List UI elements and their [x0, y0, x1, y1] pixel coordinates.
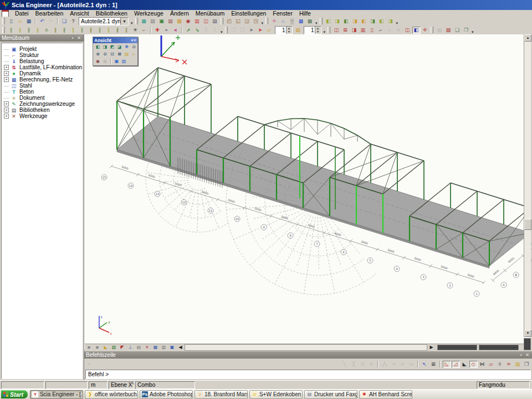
menu-item-fenster[interactable]: Fenster	[269, 10, 296, 17]
ansicht-palette-titlebar[interactable]: Ansicht ▾ ✕	[93, 37, 137, 43]
copies-spinner[interactable]: 1 ▲▼	[275, 26, 293, 34]
snap-endpoint-icon[interactable]: ◺	[443, 361, 451, 368]
layer-8-icon[interactable]: ◨	[386, 18, 395, 25]
check-doc-1-icon[interactable]: ❏	[453, 27, 462, 34]
layers-icon[interactable]: ▤	[135, 344, 143, 350]
project-icon[interactable]: ▦	[140, 18, 148, 25]
snap-ortho-icon[interactable]: ◇	[469, 361, 478, 368]
view-iso1-icon[interactable]: ◧	[95, 44, 101, 50]
cursor-select-icon[interactable]: ↖	[421, 361, 429, 368]
tree-item-bibliotheken[interactable]: +▤Bibliotheken	[2, 107, 82, 113]
section-c-icon[interactable]: ◨	[350, 27, 359, 34]
copy-icon[interactable]: ◱	[234, 18, 242, 25]
section-b-icon[interactable]: ⊞	[341, 27, 350, 34]
toolbar-overflow-icon[interactable]: ▾	[131, 21, 133, 25]
tree-item-struktur[interactable]: ⌐Struktur	[2, 52, 82, 58]
beam-tool-5-icon[interactable]: ⫛	[43, 27, 51, 34]
beam-tool-13-icon[interactable]: ∦	[114, 27, 122, 34]
snap-curve-icon[interactable]: ↝	[407, 361, 416, 368]
snap-plane-icon[interactable]: ▱	[487, 361, 495, 368]
menu-item-bearbeiten[interactable]: Bearbeiten	[32, 10, 67, 17]
toolbar-grip[interactable]	[225, 27, 228, 33]
toolbar-grip[interactable]	[2, 27, 5, 33]
menu-item-datei[interactable]: Datei	[12, 10, 32, 17]
new-icon[interactable]: ▯	[7, 18, 16, 25]
activity-icon[interactable]: ▨	[294, 27, 302, 34]
rotate-icon[interactable]: ◄	[171, 27, 180, 34]
snap-up-icon[interactable]: ⋀	[381, 361, 389, 368]
tree-item-beton[interactable]: TBeton	[2, 89, 82, 95]
fly-icon[interactable]: ➤	[256, 27, 264, 34]
tree-item-projekt[interactable]: ▣Projekt	[2, 46, 82, 52]
section-d-icon[interactable]: ▥	[359, 27, 367, 34]
section-k-icon[interactable]: ✛	[421, 27, 429, 34]
toolbar-overflow-icon[interactable]: ▾	[324, 30, 326, 34]
horizontal-scroll-track[interactable]	[185, 344, 427, 351]
menu-item-hilfe[interactable]: Hilfe	[296, 10, 314, 17]
mdi-document-icon[interactable]	[2, 10, 9, 17]
expand-icon[interactable]: +	[4, 101, 9, 106]
taskbar-button-printer[interactable]: ▤Drucker und Faxg...	[304, 390, 357, 399]
ansicht-palette[interactable]: Ansicht ▾ ✕ ◧◨◩◪✥⊙ ⊕⊖⊡⊠▤☼ ◉◎▣▨	[93, 37, 138, 66]
snap-intersect-icon[interactable]: ◣	[461, 361, 469, 368]
taskbar-button-photoshop[interactable]: PsAdobe Photoshop ...	[140, 390, 193, 399]
expand-icon[interactable]: +	[4, 65, 9, 70]
layer-2-icon[interactable]: ◨	[333, 18, 341, 25]
toolbar-overflow-icon[interactable]: ▾	[396, 21, 398, 25]
expand-icon[interactable]: +	[4, 108, 9, 112]
save-icon[interactable]: ▦	[25, 18, 33, 25]
scroll-left-icon[interactable]: ◀	[177, 344, 185, 350]
beam-tool-8-icon[interactable]: ∥	[69, 27, 78, 34]
snap-tangent-icon[interactable]: ⋈	[478, 361, 487, 368]
grid-icon[interactable]: ▥	[160, 344, 168, 350]
snap-dir-icon[interactable]: ↗	[390, 361, 398, 368]
menu-item-ansicht[interactable]: Ansicht	[66, 10, 92, 17]
beam-tool-9-icon[interactable]: ∥	[78, 27, 86, 34]
window-split-icon[interactable]: ❏	[60, 18, 69, 25]
tree-item-dynamik[interactable]: +●Dynamik	[2, 70, 82, 76]
dot-grid-icon[interactable]: ⊞	[429, 361, 438, 368]
snap-midpoint-icon[interactable]: ◿	[452, 361, 460, 368]
save-view-icon[interactable]: ▦	[436, 27, 444, 34]
print-icon[interactable]: ▤	[211, 18, 219, 25]
taskbar-button-scia[interactable]: YScia Engineer - [...	[30, 390, 83, 399]
view-iso2-icon[interactable]: ◨	[102, 44, 109, 50]
menu-item-einstellungen[interactable]: Einstellungen	[228, 10, 269, 17]
move-up-icon[interactable]: ⇗	[185, 27, 193, 34]
target-icon[interactable]: ⌖	[162, 27, 171, 34]
close-icon[interactable]: ✕	[524, 352, 530, 357]
taskbar-button-dict[interactable]: ❯office wörterbuch ...	[85, 390, 138, 399]
support-icon[interactable]: ⊥	[127, 344, 135, 350]
open-icon[interactable]: ▱	[16, 18, 24, 25]
toolbar-grip[interactable]	[135, 18, 138, 24]
snap-arc-icon[interactable]: ↺	[359, 361, 367, 368]
scroll-right-icon[interactable]: ▶	[428, 344, 436, 350]
beam-tool-11-icon[interactable]: ∥	[96, 27, 104, 34]
light-icon[interactable]: ☼	[131, 51, 137, 57]
taskbar-button-folder[interactable]: ▱S+W Edenkoben	[249, 390, 303, 399]
node-icon[interactable]: ✳	[131, 27, 140, 34]
toolbar-grip[interactable]	[328, 27, 330, 33]
camera-off-icon[interactable]: ◎	[102, 58, 109, 64]
table-icon[interactable]: ▦	[152, 344, 160, 350]
project-combo[interactable]: Autoteile2.1 dyn ▼	[79, 17, 129, 25]
pin-icon[interactable]: ▪	[70, 35, 76, 40]
expand-icon[interactable]: +	[4, 71, 9, 76]
snap-cross-icon[interactable]: ╳	[350, 361, 358, 368]
help-icon[interactable]: ?	[69, 18, 78, 25]
start-button[interactable]: Start	[1, 390, 28, 398]
report-icon[interactable]: ▤	[149, 18, 157, 25]
scrollbar-thumb[interactable]	[524, 219, 531, 230]
flag-icon[interactable]: ◤	[119, 344, 126, 350]
folder-icon[interactable]: ▨	[175, 18, 183, 25]
beam-tool-12-icon[interactable]: ∥	[105, 27, 113, 34]
move-down-icon[interactable]: ⇘	[193, 27, 202, 34]
tree-item-zeichnung[interactable]: +✎Zeichnungswerkzeuge	[2, 101, 82, 107]
snap-box-icon[interactable]: ❒	[523, 361, 531, 368]
solver-icon[interactable]: ▩	[306, 18, 314, 25]
vertical-scrollbar[interactable]: ▲ ▼	[524, 34, 531, 337]
close-icon[interactable]: ✕	[76, 35, 82, 40]
zoom-all-icon[interactable]: ⊡	[109, 51, 116, 57]
menu-item-werkzeuge[interactable]: Werkzeuge	[131, 10, 167, 17]
ruler-icon[interactable]: ◣	[102, 344, 110, 350]
